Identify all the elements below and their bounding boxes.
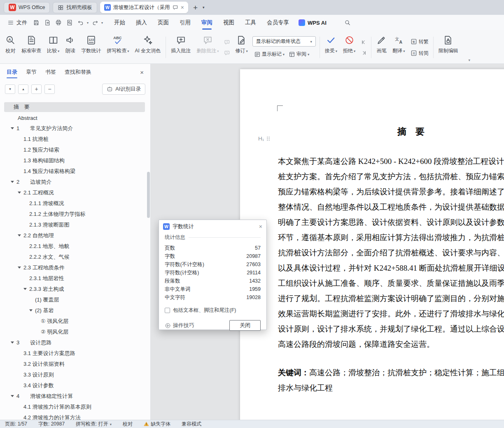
convert-button[interactable]: 简 转简 — [409, 49, 430, 57]
convert-button[interactable]: 繁 转繁 — [409, 38, 430, 46]
tips-link[interactable]: 操作技巧 — [165, 322, 194, 329]
markup-state-combobox[interactable]: 显示标记的最终状态 ▾ — [252, 36, 316, 47]
toc-item[interactable]: 2.3 工程地质条件 — [0, 262, 147, 273]
sidebar-tab[interactable]: 查找和替换 — [65, 64, 91, 80]
ribbon-collapse-icon[interactable]: ▾ — [468, 58, 470, 62]
undo-button[interactable] — [75, 18, 86, 28]
ribbon-button[interactable]: 接受▾ — [322, 33, 340, 62]
ribbon-button[interactable]: 限制编辑 — [436, 33, 461, 62]
ribbon-small-button[interactable]: 显示标记 ▾ — [252, 50, 286, 58]
toc-item[interactable]: 3.1 主要设计方案思路 — [0, 348, 147, 359]
zoom-in-toc-button[interactable]: + — [31, 84, 42, 94]
tab-close-icon[interactable]: × — [181, 5, 184, 10]
toc-item[interactable]: 1.3 格构锚固结构 — [0, 155, 147, 166]
toc-item[interactable]: 3.4 设计参数 — [0, 380, 147, 391]
toc-item[interactable]: (2) 基岩 — [0, 305, 147, 316]
toc-item[interactable]: ① 强风化层 — [0, 316, 147, 327]
toc-item[interactable]: ② 弱风化层 — [0, 327, 147, 337]
sidebar-tab[interactable]: 目录 — [7, 64, 17, 80]
expand-triangle-icon[interactable] — [11, 181, 14, 183]
ribbon-button[interactable]: 文A 翻译▾ — [390, 33, 408, 62]
document-page[interactable]: H₁ 摘 要 本文聚焦于某高速公路 K242+500 - K242+600 段滑… — [240, 69, 504, 420]
sidebar-close-icon[interactable]: × — [140, 69, 144, 76]
toc-item[interactable]: 1.4 预应力锚索格构梁 — [0, 166, 147, 177]
docer-template-tab[interactable]: 找稻壳模板 — [53, 2, 97, 13]
quick-access-button[interactable] — [64, 18, 75, 28]
redo-caret-icon[interactable]: ▾ — [100, 21, 104, 25]
tab-list-caret-icon[interactable]: ▾ — [203, 5, 205, 9]
toc-item[interactable]: 2.3.1 地层岩性 — [0, 273, 147, 284]
include-textbox-checkbox[interactable]: 包括文本框、脚注和尾注(F) — [165, 307, 261, 314]
toc-item[interactable]: 2.2 自然地理 — [0, 230, 147, 241]
ribbon-mini-button[interactable] — [359, 49, 368, 56]
sidebar-scrollbar[interactable] — [147, 172, 150, 218]
menu-item[interactable]: 引用 — [174, 15, 196, 30]
toc-item[interactable]: 3.3 设计原则 — [0, 370, 147, 380]
dialog-close-button[interactable]: 关闭 — [229, 320, 261, 331]
ribbon-button[interactable]: A 校对 — [2, 33, 19, 62]
ribbon-mini-button[interactable] — [359, 39, 368, 46]
toc-item[interactable]: 2.1.3 滑坡断面图 — [0, 220, 147, 230]
new-tab-button[interactable]: + — [191, 4, 200, 12]
ribbon-button[interactable]: 比较▾ — [44, 33, 62, 62]
ribbon-button[interactable]: 拒绝▾ — [340, 33, 358, 62]
menu-item[interactable]: 视图 — [218, 15, 240, 30]
ribbon-button[interactable]: 插入批注 — [168, 33, 194, 62]
toc-item[interactable]: 4.1 滑坡推力计算的基本原则 — [0, 402, 147, 412]
ribbon-button[interactable]: 标准审查 — [19, 33, 44, 62]
toc-item[interactable]: 2.1 工程概况 — [0, 187, 147, 198]
toc-item[interactable]: 3.2 设计依据资料 — [0, 359, 147, 370]
missing-font-warning[interactable]: 缺失字体 — [144, 421, 170, 428]
page-indicator[interactable]: 页面: 1/57 — [5, 421, 27, 428]
toc-item[interactable]: 2.3.3 岩土构成 — [0, 284, 147, 295]
sidebar-tab[interactable]: 书签 — [45, 64, 56, 80]
ribbon-mini-button[interactable] — [223, 49, 231, 56]
ribbon-button[interactable]: ABC 拼写检查▾ — [104, 33, 132, 62]
toc-item[interactable]: (1) 覆盖层 — [0, 295, 147, 305]
ribbon-button[interactable]: 画笔 — [373, 33, 390, 62]
zoom-out-toc-button[interactable]: − — [44, 84, 55, 94]
expand-triangle-icon[interactable] — [29, 309, 33, 311]
track-changes-button[interactable]: 修订▾ — [233, 33, 251, 62]
collapse-all-button[interactable]: ▾ — [5, 84, 15, 94]
quick-access-button[interactable] — [30, 18, 42, 28]
toc-item[interactable]: 2.1.2 土体物理力学指标 — [0, 209, 147, 220]
expand-triangle-icon[interactable] — [23, 288, 27, 290]
checkbox-icon[interactable] — [165, 308, 170, 313]
menu-item[interactable]: 开始 — [109, 15, 131, 30]
menu-item[interactable]: 工具 — [240, 15, 261, 30]
toc-item[interactable]: Abstract — [0, 112, 147, 123]
toc-item[interactable]: 1 常见支护方法简介 — [0, 123, 147, 134]
toc-item[interactable]: 1.2 预应力锚索 — [0, 145, 147, 155]
wps-home-tab[interactable]: W WPS Office — [4, 2, 50, 13]
toc-item[interactable]: 4.2 滑坡推力的计算方法 — [0, 412, 147, 420]
expand-triangle-icon[interactable] — [11, 127, 14, 129]
quick-access-button[interactable] — [53, 18, 64, 28]
menu-item[interactable]: 插入 — [131, 15, 152, 30]
ai-detect-toc-button[interactable]: AI识别目录 — [102, 84, 145, 95]
sidebar-tab[interactable]: 章节 — [26, 64, 37, 80]
dialog-close-icon[interactable]: × — [259, 223, 262, 230]
expand-triangle-icon[interactable] — [11, 395, 14, 397]
undo-caret-icon[interactable]: ▾ — [86, 21, 89, 25]
toc-item[interactable]: 4 滑坡体稳定性计算 — [0, 391, 147, 402]
expand-triangle-icon[interactable] — [18, 234, 21, 236]
wps-ai-button[interactable]: WPS AI — [294, 19, 331, 26]
toc-item[interactable]: 2 边坡简介 — [0, 177, 147, 187]
expand-all-button[interactable]: ▴ — [18, 84, 28, 94]
menu-item[interactable]: 页面 — [152, 15, 174, 30]
quick-access-button[interactable] — [42, 18, 53, 28]
file-menu-button[interactable]: 文件 — [4, 19, 30, 26]
document-tab[interactable]: W 滑坡整治工程设计（采用抗滑 × — [100, 2, 188, 13]
dialog-titlebar[interactable]: W 字数统计 × — [159, 220, 266, 233]
ribbon-button[interactable]: 123 字数统计 — [78, 33, 104, 62]
expand-triangle-icon[interactable] — [18, 192, 21, 194]
compat-mode-indicator[interactable]: 兼容模式 — [182, 421, 201, 428]
ribbon-small-button[interactable]: 审阅 ▾ — [287, 50, 311, 58]
proofing-indicator[interactable]: 校对 — [123, 421, 133, 428]
redo-button[interactable] — [89, 18, 100, 28]
ribbon-mini-button[interactable] — [223, 39, 231, 46]
toc-item[interactable]: 2.1.1 滑坡概况 — [0, 198, 147, 209]
ribbon-button[interactable]: 朗读 — [62, 33, 78, 62]
spellcheck-indicator[interactable]: 拼写检查: 打开▾ — [76, 421, 112, 428]
